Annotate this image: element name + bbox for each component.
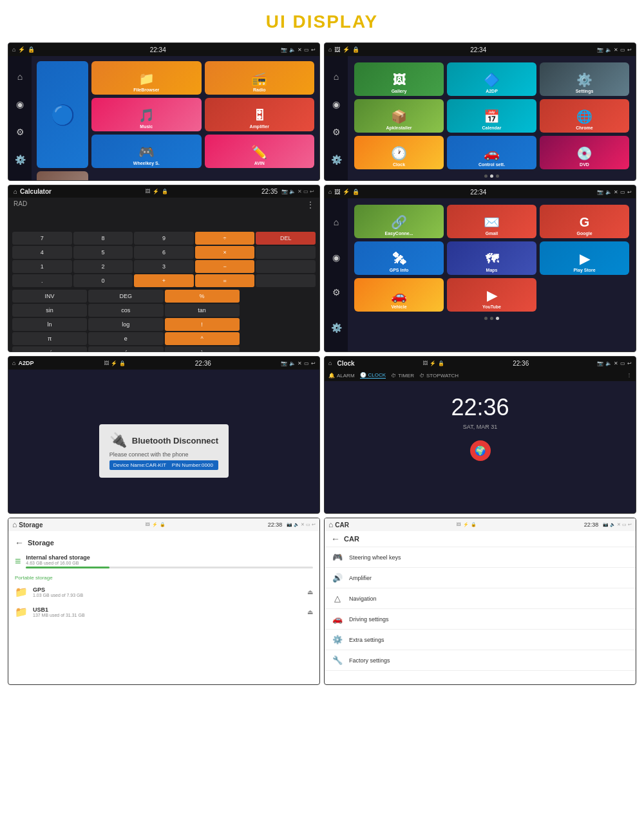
app-tile-maps[interactable]: 🗺 Maps — [447, 241, 536, 275]
home-icon-calc[interactable]: ⌂ — [14, 188, 17, 195]
car-back-btn[interactable]: ← — [331, 534, 340, 544]
calc-btn-8[interactable]: 8 — [73, 232, 133, 245]
tab-clock[interactable]: 🕐 CLOCK — [360, 372, 386, 379]
calc-btn-tan[interactable]: tan — [165, 304, 240, 317]
back-icon-6[interactable]: ↩ — [627, 361, 632, 366]
calc-btn-pow[interactable]: ^ — [165, 332, 240, 345]
app-tile-settings[interactable]: ⚙️ Settings — [540, 62, 629, 96]
car-menu-extra[interactable]: ⚙️ Extra settings — [325, 630, 636, 650]
eject-icon-usb1[interactable]: ⏏ — [307, 608, 313, 615]
app-tile-a2dp[interactable]: 🔷 A2DP — [447, 62, 536, 96]
app-tile-avin[interactable]: ✏️ AVIN — [205, 135, 315, 168]
app-tile-calculator[interactable]: 🧮 Calculator — [37, 171, 88, 181]
app-tile-playstore[interactable]: ▶ Play Store — [540, 241, 629, 275]
back-icon-7[interactable]: ↩ — [312, 522, 316, 527]
sliders-icon[interactable]: ⚙ — [16, 127, 24, 137]
app-tile-gallery[interactable]: 🖼 Gallery — [354, 62, 444, 96]
app-tile-chrome[interactable]: 🌐 Chrome — [540, 99, 629, 133]
app-tile-filebrowser[interactable]: 📁 FileBrowser — [91, 61, 202, 95]
calc-btn-deg[interactable]: DEG — [88, 290, 163, 303]
app-tile-easyconnect[interactable]: 🔗 EasyConne... — [354, 205, 444, 238]
more-icon-clock[interactable]: ⋮ — [627, 372, 632, 379]
home-icon-7[interactable]: ⌂ — [12, 520, 17, 529]
calc-btn-plus[interactable]: + — [134, 274, 194, 287]
calc-btn-minus[interactable]: − — [195, 260, 255, 273]
storage-usb1-item[interactable]: 📁 USB1 137 MB used of 31.31 GB ⏏ — [15, 602, 313, 622]
home-icon-2[interactable]: ⌂ — [328, 46, 332, 53]
calc-btn-1[interactable]: 1 — [12, 260, 72, 273]
app-tile-apkinstaller[interactable]: 📦 ApkInstaller — [354, 99, 444, 133]
back-icon-4[interactable]: ↩ — [627, 189, 632, 195]
car-menu-amplifier[interactable]: 🔊 Amplifier — [325, 568, 636, 588]
app-tile-youtube[interactable]: ▶ YouTube — [447, 278, 536, 312]
calc-btn-7[interactable]: 7 — [12, 232, 72, 245]
back-icon[interactable]: ↩ — [311, 47, 316, 53]
sliders-icon-4[interactable]: ⚙ — [332, 287, 341, 297]
calc-btn-inv[interactable]: INV — [12, 290, 87, 303]
eject-icon-gps[interactable]: ⏏ — [307, 588, 313, 596]
calc-btn-6[interactable]: 6 — [134, 246, 194, 259]
app-tile-gmail[interactable]: ✉️ Gmail — [447, 205, 536, 238]
clock-fab-button[interactable]: 🌍 — [470, 440, 491, 461]
calc-btn-sqrt[interactable]: √ — [12, 346, 87, 352]
tab-alarm[interactable]: 🔔 ALARM — [328, 372, 355, 379]
home-nav-icon[interactable]: ⌂ — [17, 71, 23, 82]
calc-btn-lparen[interactable]: ( — [88, 346, 163, 352]
calc-btn-cos[interactable]: cos — [88, 304, 163, 317]
calc-btn-del[interactable]: DEL — [256, 232, 316, 245]
calc-btn-2[interactable]: 2 — [73, 260, 133, 273]
calc-btn-dot[interactable]: . — [12, 274, 72, 287]
calc-btn-fact[interactable]: ! — [165, 318, 240, 331]
calc-btn-pi[interactable]: π — [12, 332, 87, 345]
calc-btn-log[interactable]: log — [88, 318, 163, 331]
storage-internal-item[interactable]: ≡ Internal shared storage 4.63 GB used o… — [15, 550, 313, 572]
car-menu-navigation[interactable]: △ Navigation — [325, 588, 636, 609]
calc-btn-3[interactable]: 3 — [134, 260, 194, 273]
home-icon-5[interactable]: ⌂ — [12, 360, 15, 366]
car-menu-factory[interactable]: 🔧 Factory settings — [325, 650, 636, 671]
storage-back-btn[interactable]: ← — [15, 538, 24, 548]
gear-icon[interactable]: ⚙️ — [15, 155, 26, 165]
bluetooth-tile[interactable]: 🔵 — [37, 61, 88, 168]
app-tile-dvd[interactable]: 💿 DVD — [540, 136, 629, 169]
calc-btn-pct[interactable]: % — [165, 290, 240, 303]
tab-stopwatch[interactable]: ⏱ STOPWATCH — [419, 372, 459, 379]
gear-icon-4[interactable]: ⚙️ — [331, 323, 342, 333]
app-tile-radio[interactable]: 📻 Radio — [205, 61, 315, 95]
car-menu-steering[interactable]: 🎮 Steering wheel keys — [325, 547, 636, 568]
app-tile-clock[interactable]: 🕐 Clock — [354, 136, 444, 169]
tab-timer[interactable]: ⏱ TIMER — [391, 372, 414, 379]
calc-btn-sin[interactable]: sin — [12, 304, 87, 317]
back-icon-5[interactable]: ↩ — [311, 361, 316, 366]
home-nav-icon-4[interactable]: ⌂ — [334, 217, 339, 227]
app-tile-wheelkey[interactable]: 🎮 Wheelkey S. — [91, 135, 202, 168]
home-icon-4[interactable]: ⌂ — [328, 189, 332, 195]
home-icon[interactable]: ⌂ — [12, 46, 15, 53]
storage-gps-item[interactable]: 📁 GPS 1.03 GB used of 7.93 GB ⏏ — [15, 582, 313, 602]
calc-btn-e[interactable]: e — [88, 332, 163, 345]
calc-btn-4[interactable]: 4 — [12, 246, 72, 259]
home-nav-icon-2[interactable]: ⌂ — [334, 71, 339, 82]
location-icon-4[interactable]: ◉ — [332, 252, 340, 263]
location-icon-2[interactable]: ◉ — [332, 99, 340, 109]
calc-btn-div[interactable]: ÷ — [195, 232, 255, 245]
calc-btn-eq[interactable]: = — [195, 274, 255, 287]
sliders-icon-2[interactable]: ⚙ — [332, 127, 341, 137]
home-icon-8[interactable]: ⌂ — [328, 520, 333, 529]
app-tile-gpsinfo[interactable]: 🛰 GPS Info — [354, 241, 444, 275]
back-icon-8[interactable]: ↩ — [628, 522, 632, 527]
app-tile-music[interactable]: 🎵 Music — [91, 98, 202, 131]
calc-btn-rparen[interactable]: ) — [165, 346, 240, 352]
app-tile-calendar[interactable]: 📅 Calendar — [447, 99, 536, 133]
app-tile-control[interactable]: 🚗 Control sett. — [447, 136, 536, 169]
calc-btn-5[interactable]: 5 — [73, 246, 133, 259]
calc-btn-mul[interactable]: × — [195, 246, 255, 259]
gear-icon-2[interactable]: ⚙️ — [331, 155, 342, 165]
calc-btn-9[interactable]: 9 — [134, 232, 194, 245]
location-icon[interactable]: ◉ — [16, 99, 24, 109]
app-tile-google[interactable]: G Google — [540, 205, 629, 238]
app-tile-vehicle[interactable]: 🚗 Vehicle — [354, 278, 444, 312]
car-menu-driving[interactable]: 🚗 Driving settings — [325, 609, 636, 630]
back-icon-2[interactable]: ↩ — [627, 47, 632, 53]
back-icon-calc[interactable]: ↩ — [310, 189, 314, 194]
